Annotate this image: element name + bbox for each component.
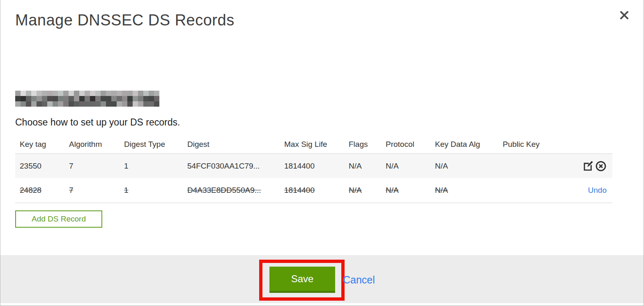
- algorithm-value: 7: [69, 186, 124, 195]
- edit-record-icon[interactable]: [582, 160, 594, 172]
- add-ds-record-button[interactable]: Add DS Record: [15, 210, 102, 228]
- digest-value: D4A33E8DD550A9...: [187, 186, 284, 195]
- annotation-highlight-box: Save: [259, 260, 345, 301]
- key-tag-value: 23550: [15, 162, 69, 171]
- dialog-title: Manage DNSSEC DS Records: [15, 11, 235, 29]
- dialog-footer: Save Cancel: [0, 255, 644, 303]
- column-header-protocol: Protocol: [386, 140, 435, 149]
- protocol-value: N/A: [386, 162, 435, 171]
- max-sig-life-value: 1814400: [284, 162, 349, 171]
- table-row-deleted: 24828 7 1 D4A33E8DD550A9... 1814400 N/A …: [15, 178, 612, 203]
- column-header-digest-type: Digest Type: [124, 140, 187, 149]
- digest-type-value: 1: [124, 186, 187, 195]
- algorithm-value: 7: [69, 162, 124, 171]
- close-icon[interactable]: [619, 10, 630, 21]
- undo-link[interactable]: Undo: [588, 186, 607, 195]
- column-header-key-data-alg: Key Data Alg: [435, 140, 503, 149]
- table-header-row: Key tag Algorithm Digest Type Digest Max…: [15, 135, 612, 153]
- max-sig-life-value: 1814400: [284, 186, 349, 195]
- column-header-digest: Digest: [187, 140, 284, 149]
- column-header-key-tag: Key tag: [15, 140, 69, 149]
- column-header-flags: Flags: [349, 140, 386, 149]
- save-button[interactable]: Save: [269, 267, 335, 293]
- delete-record-icon[interactable]: [595, 160, 607, 172]
- dnssec-ds-records-dialog: Manage DNSSEC DS Records Choose how to s…: [0, 0, 644, 306]
- key-data-alg-value: N/A: [435, 162, 503, 171]
- table-row: 23550 7 1 54FCF030AA1C79... 1814400 N/A …: [15, 153, 612, 178]
- column-header-public-key: Public Key: [503, 140, 564, 149]
- column-header-algorithm: Algorithm: [69, 140, 124, 149]
- digest-value: 54FCF030AA1C79...: [187, 162, 284, 171]
- ds-records-instruction: Choose how to set up your DS records.: [15, 117, 180, 128]
- flags-value: N/A: [349, 186, 386, 195]
- ds-records-table: Key tag Algorithm Digest Type Digest Max…: [15, 135, 612, 203]
- redacted-domain-name: [15, 91, 159, 107]
- key-tag-value: 24828: [15, 186, 69, 195]
- protocol-value: N/A: [386, 186, 435, 195]
- flags-value: N/A: [349, 162, 386, 171]
- key-data-alg-value: N/A: [435, 186, 503, 195]
- column-header-max-sig-life: Max Sig Life: [284, 140, 349, 149]
- cancel-link[interactable]: Cancel: [343, 274, 375, 286]
- digest-type-value: 1: [124, 162, 187, 171]
